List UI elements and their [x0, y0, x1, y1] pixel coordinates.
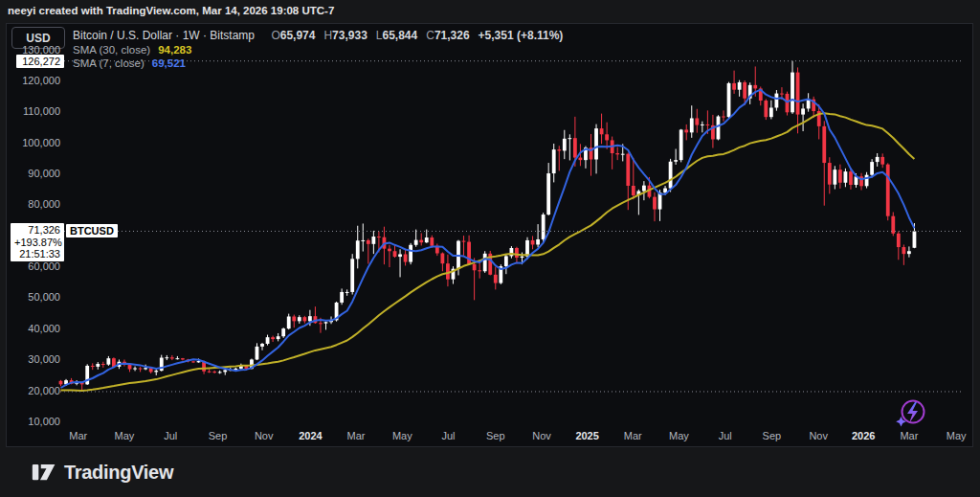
change-value: +5,351 (+8.11%): [479, 29, 564, 42]
tradingview-logo[interactable]: TradingView: [32, 460, 173, 485]
price-tick-label: 10,000: [12, 416, 60, 427]
close-label: C: [426, 29, 434, 42]
price-tick-label: 50,000: [12, 291, 60, 303]
price-tick-label: 20,000: [12, 385, 60, 396]
high-label: H: [323, 29, 332, 42]
tradingview-logo-mark: [32, 460, 56, 485]
sma7-label[interactable]: SMA (7, close): [73, 57, 145, 69]
low-label: L: [376, 29, 383, 42]
open-value: 65,974: [280, 29, 316, 42]
current-change-pct: +193.87%: [14, 237, 60, 249]
close-value: 71,326: [434, 29, 470, 42]
current-price: 71,326: [14, 224, 60, 237]
price-tick-label: 60,000: [12, 260, 60, 272]
tradingview-screenshot: neeyi created with TradingView.com, Mar …: [0, 0, 980, 497]
high-price-tag: 126,272: [16, 55, 64, 68]
price-tick-label: 30,000: [12, 353, 60, 365]
ohlc-values: O65,974H73,933L65,844C71,326+5,351 (+8.1…: [271, 29, 563, 42]
sma7-value: 69,521: [152, 57, 186, 69]
open-label: O: [271, 29, 279, 42]
bar-countdown: 21:51:33: [14, 248, 60, 260]
symbol-tag: BTCUSD: [66, 224, 118, 237]
price-tick-label: 90,000: [12, 168, 60, 179]
sma30-label[interactable]: SMA (30, close): [73, 44, 150, 56]
price-tick-label: 130,000: [12, 44, 60, 56]
symbol-title[interactable]: Bitcoin / U.S. Dollar · 1W · Bitstamp: [73, 29, 255, 42]
price-tick-label: 80,000: [12, 198, 60, 210]
price-tick-label: 40,000: [12, 323, 60, 334]
high-value: 73,933: [332, 29, 368, 42]
price-tick-label: 120,000: [12, 75, 60, 86]
sma30-value: 94,283: [158, 44, 191, 56]
symbol-title-row[interactable]: Bitcoin / U.S. Dollar · 1W · Bitstamp O6…: [73, 29, 563, 42]
indicator-row-sma30[interactable]: SMA (30, close)94,283: [73, 44, 191, 56]
price-tick-label: 100,000: [12, 137, 60, 148]
indicator-row-sma7[interactable]: SMA (7, close)69,521: [73, 57, 186, 69]
credit-line: neeyi created with TradingView.com, Mar …: [8, 5, 334, 16]
current-price-tag: 71,326 +193.87% 21:51:33: [11, 223, 64, 261]
tradingview-logo-text: TradingView: [64, 462, 173, 484]
chart-panel[interactable]: [6, 23, 973, 447]
low-value: 65,844: [383, 29, 418, 42]
price-tick-label: 110,000: [12, 105, 60, 117]
